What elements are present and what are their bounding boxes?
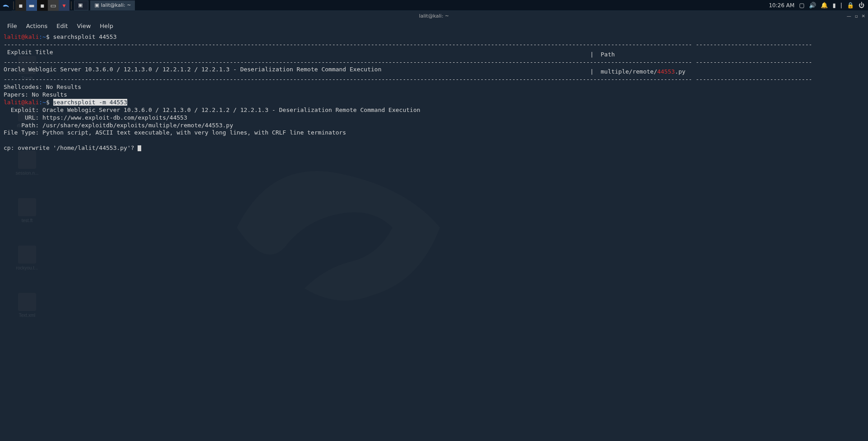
kali-menu-icon[interactable] [0,0,12,11]
prompt-sep: : [39,99,42,106]
lock-icon[interactable]: 🔒 [847,2,854,9]
separator: | [840,2,842,9]
titlebar[interactable]: lalit@kali: ~ — ▫ ✕ [0,11,868,21]
menu-edit[interactable]: Edit [52,22,72,30]
app-shortcut-5-icon[interactable]: ▾ [59,0,69,11]
terminal-window: Trash rfi-locals... session.n... test.ft… [0,11,868,441]
app-shortcut-3-icon[interactable]: ▪ [37,0,48,11]
maximize-button[interactable]: ▫ [855,14,858,19]
terminal-output[interactable]: lalit@kali:~$ searchsploit 44553 -------… [0,31,868,155]
app-shortcut-1-icon[interactable]: ▪ [15,0,26,11]
notification-icon[interactable]: 🔔 [821,2,828,9]
taskbar-window-1[interactable]: ▣ [74,0,88,10]
path-detail-line: Path: /usr/share/exploitdb/exploits/mult… [4,122,233,129]
taskbar-window-title: lalit@kali: ~ [101,2,131,8]
command-1: searchsploit 44553 [53,33,117,40]
table-header-exploit: Exploit Title [4,49,590,56]
table-header-path: Path [597,51,615,59]
minimize-button[interactable]: — [847,14,851,19]
separator [71,1,72,9]
cursor-icon [138,145,141,151]
terminal-icon: ▣ [94,2,99,8]
prompt-sep: : [39,33,42,40]
prompt-user: lalit@kali [4,33,39,40]
command-2: searchsploit -m 44553 [53,99,127,106]
taskbar: ▪ ▬ ▪ ▭ ▾ ▣ ▣ lalit@kali: ~ 10:26 AM ▢ 🔊… [0,0,868,11]
prompt-path: ~ [42,33,46,40]
terminal-icon: ▣ [78,2,83,8]
table-divider: ----------------------------------------… [4,41,812,48]
app-shortcut-4-icon[interactable]: ▭ [48,0,59,11]
papers-line: Papers: No Results [4,91,67,98]
desktop-item: test.ft [9,198,45,223]
table-row-path-suffix: .py [675,68,685,75]
volume-icon[interactable]: 🔊 [809,2,816,9]
separator [13,1,14,9]
clock[interactable]: 10:26 AM [769,2,794,9]
taskbar-window-2[interactable]: ▣ lalit@kali: ~ [90,0,135,10]
prompt-dollar: $ [46,99,50,106]
cp-overwrite-prompt: cp: overwrite '/home/lalit/44553.py'? [4,144,138,151]
menu-actions[interactable]: Actions [22,22,52,30]
prompt-dollar: $ [46,33,50,40]
display-icon[interactable]: ▢ [799,2,804,9]
app-shortcut-2-icon[interactable]: ▬ [26,0,37,11]
close-button[interactable]: ✕ [862,14,865,19]
table-row-exploit: Oracle Weblogic Server 10.3.6.0 / 12.1.3… [4,66,590,74]
menubar: File Actions Edit View Help [0,21,868,31]
table-divider: ----------------------------------------… [4,59,812,65]
table-divider: ----------------------------------------… [4,76,812,83]
taskbar-left: ▪ ▬ ▪ ▭ ▾ ▣ ▣ lalit@kali: ~ [0,0,136,10]
shellcodes-line: Shellcodes: No Results [4,84,81,90]
table-row-path-match: 44553 [657,68,675,75]
prompt-path: ~ [42,99,46,106]
window-title: lalit@kali: ~ [419,13,449,19]
battery-icon[interactable]: ▮ [832,2,836,9]
prompt-user: lalit@kali [4,99,39,106]
table-row-path-prefix: multiple/remote/ [600,68,657,75]
url-detail-line: URL: https://www.exploit-db.com/exploits… [4,114,187,121]
menu-file[interactable]: File [3,22,22,30]
window-controls: — ▫ ✕ [847,14,865,19]
desktop-item: Text.xml [9,293,45,318]
exploit-detail-line: Exploit: Oracle Weblogic Server 10.3.6.0… [4,107,420,113]
power-icon[interactable]: ⏻ [859,2,864,9]
menu-help[interactable]: Help [95,22,118,30]
filetype-detail-line: File Type: Python script, ASCII text exe… [4,129,346,136]
menu-view[interactable]: View [72,22,95,30]
desktop-item: rockyou.t... [9,246,45,270]
system-tray: 10:26 AM ▢ 🔊 🔔 ▮ | 🔒 ⏻ [769,2,868,9]
